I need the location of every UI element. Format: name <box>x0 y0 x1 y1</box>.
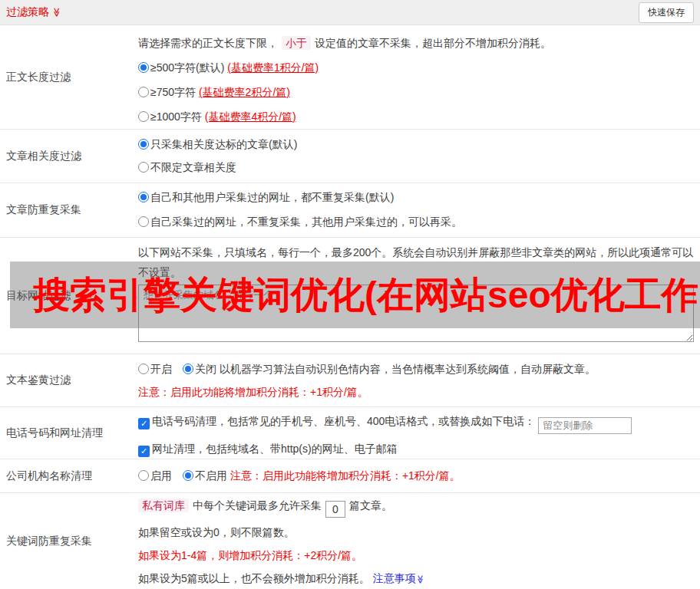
filter-strategy-page: 过滤策略 ≫ 快速保存 正文长度过滤 请选择需求的正文长度下限，小于设定值的文章… <box>0 0 700 589</box>
radio-icon[interactable] <box>138 139 149 150</box>
section-content: 以下网站不采集，只填域名，每行一个，最多200个。系统会自动识别并屏蔽那些非文章… <box>138 238 700 354</box>
less-than-tag: 小于 <box>282 36 311 50</box>
porn-filter-description: 以机器学习算法自动识别色情内容，当色情概率达到系统阈值，自动屏蔽文章。 <box>220 363 596 375</box>
cost-note: (基础费率4积分/篇) <box>205 110 296 123</box>
section-target-site-filter: 目标网站过滤 以下网站不采集，只填域名，每行一个，最多200个。系统会自动识别并… <box>0 238 700 354</box>
radio-option-off[interactable]: 关闭 <box>183 363 216 375</box>
section-content: 启用不启用 注意：启用此功能将增加积分消耗：+1积分/篇。 <box>138 459 700 492</box>
blocked-domains-textarea[interactable] <box>138 285 694 342</box>
checkbox-url-cleaning[interactable]: ✓ <box>138 446 150 457</box>
section-company-name-cleaning: 公司机构名称清理 启用不启用 注意：启用此功能将增加积分消耗：+1积分/篇。 <box>0 459 700 493</box>
radio-icon[interactable] <box>138 192 149 202</box>
porn-filter-cost-note: 注意：启用此功能将增加积分消耗：+1积分/篇。 <box>138 384 694 400</box>
radio-icon[interactable] <box>138 216 149 227</box>
quick-save-button[interactable]: 快速保存 <box>639 2 694 23</box>
section-label: 文本鉴黄过滤 <box>0 354 138 406</box>
company-cleaning-cost-note: 注意：启用此功能将增加积分消耗：+1积分/篇。 <box>230 469 461 482</box>
checkbox-phone-cleaning[interactable]: ✓ <box>138 418 150 429</box>
radio-option-disable[interactable]: 不启用 <box>183 469 227 482</box>
keyword-note-cost: 如果设为1-4篇，则增加积分消耗：+2积分/篇。 <box>138 548 694 563</box>
radio-icon[interactable] <box>138 162 149 173</box>
page-title[interactable]: 过滤策略 ≫ <box>6 5 62 19</box>
section-label: 公司机构名称清理 <box>0 459 138 492</box>
radio-icon[interactable] <box>138 87 149 97</box>
section-label: 关键词防重复采集 <box>0 493 138 589</box>
keyword-limit-input[interactable] <box>325 501 345 518</box>
porn-filter-options: 开启关闭 以机器学习算法自动识别色情内容，当色情概率达到系统阈值，自动屏蔽文章。 <box>138 361 694 377</box>
radio-icon[interactable] <box>138 364 149 374</box>
radio-option-no-limit[interactable]: 不限定文章相关度 <box>138 160 694 175</box>
section-porn-filter: 文本鉴黄过滤 开启关闭 以机器学习算法自动识别色情内容，当色情概率达到系统阈值，… <box>0 354 700 407</box>
radio-option-dedupe-all[interactable]: 自己和其他用户采集过的网址，都不重复采集(默认) <box>138 189 694 205</box>
private-lexicon-tag: 私有词库 <box>138 499 189 512</box>
section-body-length-filter: 正文长度过滤 请选择需求的正文长度下限，小于设定值的文章不采集，超出部分不增加积… <box>0 25 700 130</box>
keyword-limit-row: 私有词库中每个关键词最多允许采集篇文章。 <box>138 497 694 518</box>
replacement-phone-input[interactable] <box>538 417 632 434</box>
radio-option-on[interactable]: 开启 <box>138 363 172 375</box>
phone-cleaning-row: ✓电话号码清理，包括常见的手机号、座机号、400电话格式，或替换成如下电话： <box>138 413 694 434</box>
section-label: 电话号码和网址清理 <box>0 407 138 459</box>
section-content: 只采集相关度达标的文章(默认) 不限定文章相关度 <box>138 130 700 183</box>
radio-icon[interactable] <box>138 62 149 73</box>
radio-icon[interactable] <box>138 470 149 481</box>
section-phone-url-cleaning: 电话号码和网址清理 ✓电话号码清理，包括常见的手机号、座机号、400电话格式，或… <box>0 407 700 459</box>
cost-note: (基础费率2积分/篇) <box>199 86 290 98</box>
radio-icon[interactable] <box>138 111 149 122</box>
header-bar: 过滤策略 ≫ 快速保存 <box>0 0 700 25</box>
section-label: 正文长度过滤 <box>0 25 138 129</box>
section-content: 自己和其他用户采集过的网址，都不重复采集(默认) 自己采集过的网址，不重复采集，… <box>138 183 700 237</box>
section-label: 目标网站过滤 <box>0 238 138 354</box>
section-content: ✓电话号码清理，包括常见的手机号、座机号、400电话格式，或替换成如下电话： ✓… <box>138 407 700 459</box>
section-content: 开启关闭 以机器学习算法自动识别色情内容，当色情概率达到系统阈值，自动屏蔽文章。… <box>138 354 700 406</box>
radio-option-relevance-only[interactable]: 只采集相关度达标的文章(默认) <box>138 137 694 152</box>
radio-option-enable[interactable]: 启用 <box>138 469 172 482</box>
cost-note: (基础费率1积分/篇) <box>227 61 319 74</box>
radio-option-750[interactable]: ≥750字符 (基础费率2积分/篇) <box>138 84 694 100</box>
radio-icon[interactable] <box>183 364 193 374</box>
chevron-double-down-icon: ≫ <box>416 575 424 584</box>
notice-link[interactable]: 注意事项≫ <box>373 572 425 584</box>
radio-option-1000[interactable]: ≥1000字符 (基础费率4积分/篇) <box>138 109 694 124</box>
radio-option-500[interactable]: ≥500字符(默认) (基础费率1积分/篇) <box>138 60 694 75</box>
radio-icon[interactable] <box>183 470 193 481</box>
section-content: 请选择需求的正文长度下限，小于设定值的文章不采集，超出部分不增加积分消耗。 ≥5… <box>138 25 700 129</box>
company-cleaning-options: 启用不启用 注意：启用此功能将增加积分消耗：+1积分/篇。 <box>138 468 694 483</box>
section-content: 私有词库中每个关键词最多允许采集篇文章。 如果留空或设为0，则不限篇数。 如果设… <box>138 493 700 589</box>
section-dedupe-collection: 文章防重复采集 自己和其他用户采集过的网址，都不重复采集(默认) 自己采集过的网… <box>0 183 700 238</box>
section-label: 文章相关度过滤 <box>0 130 138 183</box>
section-keyword-dedupe: 关键词防重复采集 私有词库中每个关键词最多允许采集篇文章。 如果留空或设为0，则… <box>0 493 700 589</box>
radio-option-dedupe-self[interactable]: 自己采集过的网址，不重复采集，其他用户采集过的，可以再采。 <box>138 214 694 229</box>
body-length-description: 请选择需求的正文长度下限，小于设定值的文章不采集，超出部分不增加积分消耗。 <box>138 35 694 51</box>
chevron-double-down-icon: ≫ <box>52 8 61 18</box>
url-cleaning-row: ✓网址清理，包括纯域名、带http(s)的网址、电子邮箱 <box>138 440 694 457</box>
section-relevance-filter: 文章相关度过滤 只采集相关度达标的文章(默认) 不限定文章相关度 <box>0 130 700 183</box>
target-site-description: 以下网站不采集，只填域名，每行一个，最多200个。系统会自动识别并屏蔽那些非文章… <box>138 242 694 282</box>
keyword-note-zero: 如果留空或设为0，则不限篇数。 <box>138 525 694 540</box>
keyword-note-five: 如果设为5篇或以上，也不会额外增加积分消耗。 注意事项≫ <box>138 571 694 586</box>
page-title-label: 过滤策略 <box>6 5 49 19</box>
section-label: 文章防重复采集 <box>0 183 138 237</box>
